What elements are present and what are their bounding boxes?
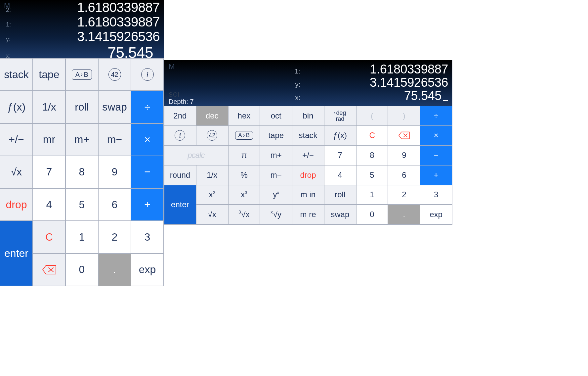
digit-5-button[interactable]: 5 <box>356 165 388 185</box>
sqrt-button[interactable]: √x <box>196 205 228 224</box>
digit-1-button[interactable]: 1 <box>65 221 98 253</box>
stack-value-1: 1.6180339887 <box>77 15 164 29</box>
memory-indicator: M <box>4 1 10 10</box>
memory-re-button[interactable]: m re <box>292 205 324 224</box>
divide-button[interactable]: ÷ <box>420 106 452 126</box>
digit-9-button[interactable]: 9 <box>388 145 420 165</box>
bin-button[interactable]: bin <box>292 106 324 126</box>
cuberoot-button[interactable]: 3√x <box>228 205 260 224</box>
reciprocal-button[interactable]: 1/x <box>196 165 228 185</box>
divide-button[interactable]: ÷ <box>131 91 164 123</box>
drop-button[interactable]: drop <box>0 188 33 221</box>
memory-minus-button[interactable]: m− <box>98 123 131 156</box>
sci-indicator: SCI <box>169 91 180 98</box>
digit-9-button[interactable]: 9 <box>98 156 131 188</box>
memory-minus-button[interactable]: m− <box>260 165 292 185</box>
xth-root-button[interactable]: x√y <box>260 205 292 224</box>
memory-recall-button[interactable]: mr <box>33 123 65 156</box>
digit-1-button[interactable]: 1 <box>356 185 388 205</box>
digit-0-button[interactable]: 0 <box>65 254 98 286</box>
multiply-button[interactable]: × <box>420 126 452 146</box>
reciprocal-button[interactable]: 1/x <box>33 91 65 123</box>
constants-icon: 42 <box>108 68 121 81</box>
decimal-button[interactable]: . <box>98 254 131 286</box>
hex-button[interactable]: hex <box>228 106 260 126</box>
x-cubed-button[interactable]: x3 <box>228 185 260 205</box>
stack-label-y: y: <box>164 81 303 88</box>
info-button[interactable]: i <box>131 58 164 91</box>
stack-value-1: 1.6180339887 <box>370 62 452 76</box>
convert-button[interactable]: A›B <box>65 58 98 91</box>
dec-button[interactable]: dec <box>196 106 228 126</box>
digit-2-button[interactable]: 2 <box>98 221 131 253</box>
plus-button[interactable]: + <box>420 165 452 185</box>
stack-value-y: 3.1415926536 <box>370 75 452 90</box>
backspace-button[interactable] <box>33 254 65 286</box>
digit-0-button[interactable]: 0 <box>356 205 388 224</box>
enter-button[interactable]: enter <box>0 221 33 286</box>
backspace-icon <box>398 131 410 139</box>
clear-button[interactable]: C <box>356 126 388 146</box>
oct-button[interactable]: oct <box>260 106 292 126</box>
tape-button[interactable]: tape <box>260 126 292 146</box>
digit-6-button[interactable]: 6 <box>388 165 420 185</box>
swap-button[interactable]: swap <box>98 91 131 123</box>
x-squared-button[interactable]: x2 <box>196 185 228 205</box>
minus-button[interactable]: − <box>131 156 164 188</box>
calculator-portrait: M 2: 1.6180339887 1: 1.6180339887 y: 3.1… <box>0 0 164 286</box>
constants-button[interactable]: 42 <box>196 126 228 146</box>
lparen-button[interactable]: ( <box>356 106 388 126</box>
chevron-right-icon: › <box>334 111 336 115</box>
memory-in-button[interactable]: m in <box>292 185 324 205</box>
roll-button[interactable]: roll <box>324 185 356 205</box>
digit-3-button[interactable]: 3 <box>131 221 164 253</box>
plus-button[interactable]: + <box>131 188 164 221</box>
memory-plus-button[interactable]: m+ <box>260 145 292 165</box>
constants-button[interactable]: 42 <box>98 58 131 91</box>
roll-button[interactable]: roll <box>65 91 98 123</box>
cursor-icon <box>443 100 448 101</box>
drop-button[interactable]: drop <box>292 165 324 185</box>
digit-6-button[interactable]: 6 <box>98 188 131 221</box>
tape-button[interactable]: tape <box>33 58 65 91</box>
digit-5-button[interactable]: 5 <box>65 188 98 221</box>
fx-button[interactable]: ƒ(x) <box>0 91 33 123</box>
pi-button[interactable]: π <box>228 145 260 165</box>
deg-rad-button[interactable]: ›deg rad <box>324 106 356 126</box>
fx-button[interactable]: ƒ(x) <box>324 126 356 146</box>
digit-4-button[interactable]: 4 <box>324 165 356 185</box>
percent-button[interactable]: % <box>228 165 260 185</box>
digit-4-button[interactable]: 4 <box>33 188 65 221</box>
digit-8-button[interactable]: 8 <box>65 156 98 188</box>
rparen-button[interactable]: ) <box>388 106 420 126</box>
digit-7-button[interactable]: 7 <box>324 145 356 165</box>
info-icon: i <box>141 68 154 81</box>
backspace-button[interactable] <box>388 126 420 146</box>
y-to-x-button[interactable]: yx <box>260 185 292 205</box>
portrait-display: M 2: 1.6180339887 1: 1.6180339887 y: 3.1… <box>0 0 164 58</box>
minus-button[interactable]: − <box>420 145 452 165</box>
multiply-button[interactable]: × <box>131 123 164 156</box>
sqrt-button[interactable]: √x <box>0 156 33 188</box>
exp-button[interactable]: exp <box>420 205 452 224</box>
round-button[interactable]: round <box>164 165 196 185</box>
digit-3-button[interactable]: 3 <box>420 185 452 205</box>
decimal-button[interactable]: . <box>388 205 420 224</box>
plus-minus-button[interactable]: +/− <box>0 123 33 156</box>
convert-button[interactable]: A›B <box>228 126 260 146</box>
digit-2-button[interactable]: 2 <box>388 185 420 205</box>
plus-minus-button[interactable]: +/− <box>292 145 324 165</box>
pcalc-logo: pcalc <box>164 145 228 165</box>
enter-button[interactable]: enter <box>164 185 196 224</box>
calculator-landscape: M SCI Depth: 7 1: 1.6180339887 y: 3.1415… <box>164 60 452 225</box>
stack-button[interactable]: stack <box>0 58 33 91</box>
digit-8-button[interactable]: 8 <box>356 145 388 165</box>
memory-plus-button[interactable]: m+ <box>65 123 98 156</box>
info-button[interactable]: i <box>164 126 196 146</box>
exp-button[interactable]: exp <box>131 254 164 286</box>
stack-button[interactable]: stack <box>292 126 324 146</box>
digit-7-button[interactable]: 7 <box>33 156 65 188</box>
second-button[interactable]: 2nd <box>164 106 196 126</box>
swap-button[interactable]: swap <box>324 205 356 224</box>
clear-button[interactable]: C <box>33 221 65 253</box>
